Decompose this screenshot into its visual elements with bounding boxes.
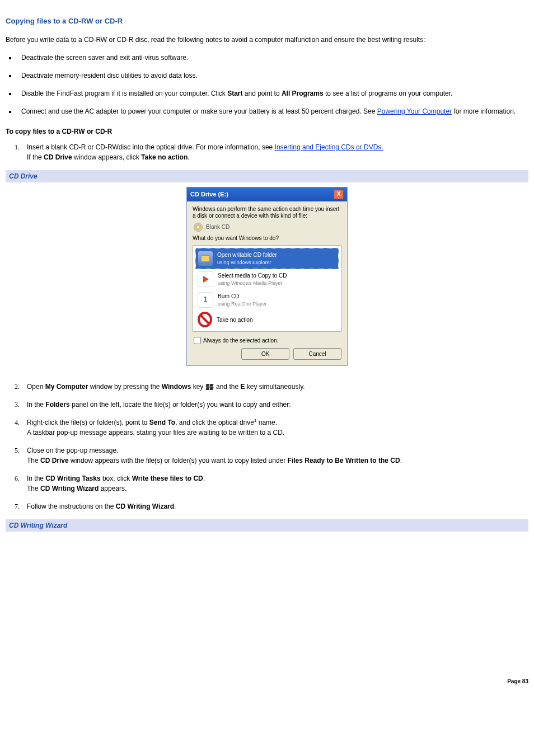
text-fragment: key simultaneously.: [245, 383, 305, 391]
no-action-icon: [198, 312, 212, 327]
cd-writing-wizard-caption: CD Writing Wizard: [6, 519, 528, 532]
procedure-heading: To copy files to a CD-RW or CD-R: [6, 126, 528, 137]
text-fragment: Disable the FindFast program if it is in…: [21, 90, 227, 97]
text-fragment: The: [27, 485, 40, 492]
bold-text: Start: [227, 90, 242, 97]
notes-list: Deactivate the screen saver and exit ant…: [6, 53, 528, 116]
step-item: Right-click the file(s) or folder(s), po…: [6, 417, 528, 438]
windows-key-icon: [205, 383, 214, 391]
text-fragment: window appears, click: [72, 153, 141, 161]
close-icon[interactable]: X: [334, 190, 344, 199]
page-number: Page 83: [6, 677, 528, 685]
text-fragment: Follow the instructions on the: [27, 503, 116, 510]
bold-text: Write these files to CD: [132, 475, 203, 482]
step-item: Follow the instructions on the CD Writin…: [6, 501, 528, 511]
ok-button[interactable]: OK: [241, 348, 289, 360]
option-take-no-action[interactable]: Take no action: [195, 310, 339, 329]
text-fragment: Open: [27, 383, 45, 391]
step-item: Insert a blank CD-R or CD-RWdisc into th…: [6, 142, 528, 162]
text-fragment: key: [191, 383, 205, 391]
text-fragment: , and click the optical drive: [175, 419, 254, 426]
text-fragment: window by pressing the: [88, 383, 161, 391]
wmp-icon: [198, 271, 213, 287]
option-title: Select media to Copy to CD: [218, 273, 287, 279]
text-fragment: box, click: [101, 475, 132, 482]
bold-text: CD Writing Wizard: [40, 485, 99, 492]
note-item: Deactivate the screen saver and exit ant…: [17, 53, 528, 63]
text-fragment: The: [27, 457, 40, 464]
bold-text: Take no action: [141, 153, 188, 161]
dialog-title-text: CD Drive (E:): [190, 190, 228, 199]
cd-drive-caption: CD Drive: [6, 170, 528, 182]
text-fragment: .: [188, 153, 189, 161]
step-item: Open My Computer window by pressing the …: [6, 382, 528, 392]
dialog-message: Windows can perform the same action each…: [193, 206, 341, 219]
step-item: Close on the pop-up message. The CD Driv…: [6, 445, 528, 466]
dialog-buttons: OK Cancel: [193, 348, 341, 360]
option-subtitle: using Windows Explorer: [217, 259, 277, 267]
text-fragment: name.: [256, 419, 277, 426]
always-do-checkbox[interactable]: [194, 337, 201, 344]
option-text: Take no action: [217, 316, 253, 324]
option-select-media[interactable]: Select media to Copy to CD using Windows…: [195, 269, 339, 290]
always-do-label: Always do the selected action.: [203, 336, 279, 345]
note-item: Disable the FindFast program if it is in…: [17, 88, 528, 98]
section-title: Copying files to a CD-RW or CD-R: [6, 16, 528, 27]
text-fragment: .: [400, 457, 402, 464]
steps-list: Insert a blank CD-R or CD-RWdisc into th…: [6, 142, 528, 162]
option-open-folder[interactable]: Open writable CD folder using Windows Ex…: [195, 248, 339, 270]
dialog-body: Windows can perform the same action each…: [187, 201, 347, 366]
text-fragment: and the: [214, 383, 241, 391]
powering-link[interactable]: Powering Your Computer: [377, 107, 452, 115]
cd-drive-dialog-container: CD Drive (E:) X Windows can perform the …: [6, 187, 528, 367]
note-item: Connect and use the AC adapter to power …: [17, 106, 528, 116]
dialog-prompt: What do you want Windows to do?: [193, 235, 341, 242]
text-fragment: for more information.: [452, 107, 516, 115]
step-item: In the CD Writing Tasks box, click Write…: [6, 473, 528, 494]
inserting-ejecting-link[interactable]: Inserting and Ejecting CDs or DVDs.: [275, 143, 383, 151]
cd-icon: [194, 223, 203, 232]
option-title: Burn CD: [218, 293, 239, 299]
text-fragment: A taskbar pop-up message appears, statin…: [27, 429, 284, 436]
option-text: Open writable CD folder using Windows Ex…: [217, 251, 277, 267]
option-subtitle: using RealOne Player: [218, 300, 267, 308]
bold-text: CD Writing Tasks: [45, 475, 100, 482]
text-fragment: Close on the pop-up message.: [27, 447, 118, 454]
bold-text: Windows: [162, 383, 191, 391]
bold-text: Folders: [45, 401, 69, 408]
text-fragment: Insert a blank CD-R or CD-RWdisc into th…: [27, 143, 275, 151]
option-burn-cd[interactable]: 1 Burn CD using RealOne Player: [195, 290, 339, 311]
text-fragment: Right-click the file(s) or folder(s), po…: [27, 419, 149, 426]
text-fragment: window appears with the file(s) or folde…: [69, 457, 288, 464]
text-fragment: .: [174, 503, 176, 510]
option-text: Select media to Copy to CD using Windows…: [218, 271, 287, 288]
bold-text: Send To: [149, 419, 175, 426]
bold-text: Files Ready to Be Written to the CD: [288, 457, 400, 464]
bold-text: CD Drive: [44, 153, 72, 161]
dialog-media-row: Blank CD: [194, 223, 341, 232]
realone-icon: 1: [198, 292, 213, 308]
text-fragment: to see a list of programs on your comput…: [324, 90, 453, 97]
text-fragment: panel on the left, locate the file(s) or…: [70, 401, 291, 408]
text-fragment: and point to: [243, 90, 282, 97]
option-subtitle: using Windows Media Player: [218, 280, 287, 288]
steps-list-continued: Open My Computer window by pressing the …: [6, 382, 528, 511]
text-fragment: .: [203, 475, 205, 482]
bold-text: My Computer: [45, 383, 88, 391]
intro-paragraph: Before you write data to a CD-RW or CD-R…: [6, 35, 528, 45]
dialog-titlebar: CD Drive (E:) X: [187, 187, 347, 201]
option-title: Open writable CD folder: [217, 252, 277, 258]
media-label: Blank CD: [206, 223, 229, 231]
text-fragment: Connect and use the AC adapter to power …: [21, 107, 377, 115]
always-do-checkbox-row: Always do the selected action.: [194, 336, 341, 345]
bold-text: CD Writing Wizard: [116, 503, 174, 510]
text-fragment: In the: [27, 401, 45, 408]
text-fragment: In the: [27, 475, 45, 482]
cd-drive-dialog: CD Drive (E:) X Windows can perform the …: [186, 187, 348, 367]
folder-icon: [198, 251, 213, 266]
step-item: In the Folders panel on the left, locate…: [6, 400, 528, 410]
note-item: Deactivate memory-resident disc utilitie…: [17, 71, 528, 81]
text-fragment: appears.: [99, 485, 127, 492]
bold-text: CD Drive: [40, 457, 69, 464]
cancel-button[interactable]: Cancel: [293, 348, 341, 360]
